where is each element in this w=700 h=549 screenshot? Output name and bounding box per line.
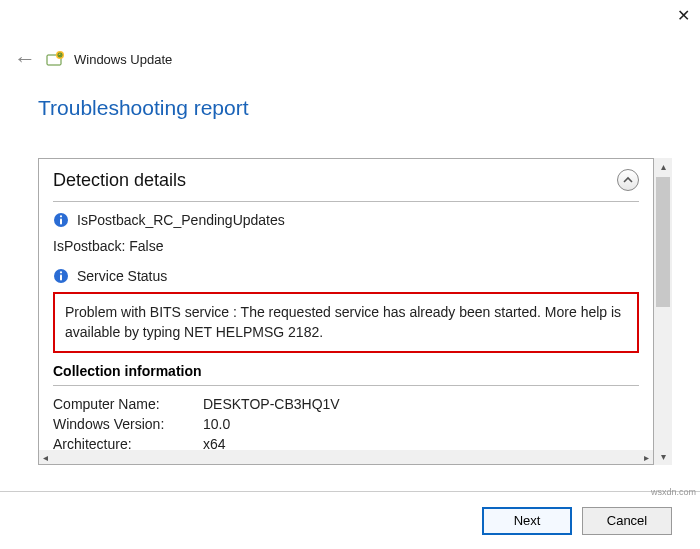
windows-version-label: Windows Version: [53, 416, 203, 432]
problem-highlight: Problem with BITS service : The requeste… [53, 292, 639, 353]
vertical-scrollbar[interactable]: ▴ ▾ [654, 158, 672, 465]
divider [53, 385, 639, 386]
detection-item-label: Service Status [77, 268, 167, 284]
close-icon[interactable]: ✕ [677, 6, 690, 25]
problem-text: Problem with BITS service : The requeste… [65, 304, 621, 340]
next-button[interactable]: Next [482, 507, 572, 535]
header: ← Windows Update [0, 0, 700, 78]
collapse-button[interactable] [617, 169, 639, 191]
scroll-up-icon[interactable]: ▴ [661, 158, 666, 175]
detection-item-pending-updates: IsPostback_RC_PendingUpdates [53, 212, 639, 228]
svg-point-7 [60, 271, 62, 273]
scroll-left-icon[interactable]: ◂ [39, 452, 52, 463]
svg-point-4 [60, 215, 62, 217]
detection-section-header: Detection details [53, 159, 639, 197]
collection-section-title: Collection information [53, 363, 639, 379]
collection-table: Computer Name: DESKTOP-CB3HQ1V Windows V… [53, 396, 639, 452]
postback-line: IsPostback: False [53, 238, 639, 254]
scroll-thumb[interactable] [656, 177, 670, 307]
computer-name-value: DESKTOP-CB3HQ1V [203, 396, 639, 412]
watermark: wsxdn.com [651, 487, 696, 497]
windows-update-icon [46, 50, 64, 68]
svg-rect-6 [60, 275, 62, 281]
detection-panel: Detection details IsPostback_RC_PendingU… [38, 158, 654, 465]
horizontal-scrollbar[interactable]: ◂ ▸ [39, 450, 653, 464]
page-title: Troubleshooting report [0, 78, 700, 134]
windows-version-value: 10.0 [203, 416, 639, 432]
detection-section-title: Detection details [53, 170, 186, 191]
svg-rect-3 [60, 219, 62, 225]
divider [53, 201, 639, 202]
detection-item-service-status: Service Status [53, 268, 639, 284]
footer: wsxdn.com Next Cancel [0, 491, 700, 549]
back-arrow-icon[interactable]: ← [14, 48, 36, 70]
content-area: Detection details IsPostback_RC_PendingU… [38, 158, 672, 465]
detection-item-label: IsPostback_RC_PendingUpdates [77, 212, 285, 228]
chevron-up-icon [623, 175, 633, 185]
scroll-right-icon[interactable]: ▸ [640, 452, 653, 463]
breadcrumb: Windows Update [74, 52, 172, 67]
scroll-down-icon[interactable]: ▾ [661, 448, 666, 465]
cancel-button[interactable]: Cancel [582, 507, 672, 535]
info-icon [53, 268, 69, 284]
computer-name-label: Computer Name: [53, 396, 203, 412]
info-icon [53, 212, 69, 228]
